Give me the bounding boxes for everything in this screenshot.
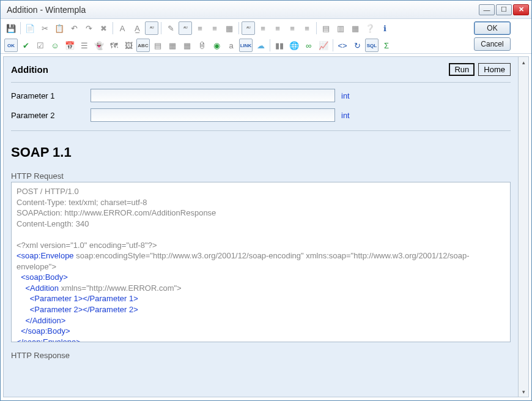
link-icon[interactable]: LINK [239, 39, 253, 52]
align-center-group-icon[interactable]: ≡ [208, 21, 221, 35]
maximize-button[interactable]: ☐ [496, 4, 512, 15]
window-title: Addition - Wintempla [7, 5, 86, 15]
globe-icon[interactable]: 🌐 [287, 39, 301, 52]
cancel-button[interactable]: Cancel [474, 37, 511, 51]
scroll-down-icon[interactable]: ▾ [519, 386, 528, 397]
minimize-button[interactable]: — [479, 4, 495, 15]
refresh-icon[interactable]: ↻ [350, 39, 364, 52]
paint-icon[interactable]: ✎ [164, 21, 177, 35]
auto-icon[interactable]: ᴬᵁ [145, 21, 158, 35]
align-right-icon[interactable]: ≡ [286, 21, 299, 35]
code-icon[interactable]: <> [336, 39, 349, 52]
param1-type: int [341, 91, 350, 100]
check-icon[interactable]: ✔ [19, 39, 32, 52]
param2-input[interactable] [91, 108, 335, 122]
smiley-icon[interactable]: ☺ [48, 39, 62, 52]
record-icon[interactable]: ◉ [210, 39, 223, 52]
http-response-label: HTTP Response [11, 351, 511, 360]
cut-icon[interactable]: ✂ [38, 21, 51, 35]
db-icon[interactable]: 🛢 [195, 39, 209, 52]
calendar-icon[interactable]: 📅 [63, 39, 76, 52]
list-check-icon[interactable]: ☑ [34, 39, 47, 52]
align-center-icon[interactable]: ≡ [271, 21, 284, 35]
param-row-2: Parameter 2 int [11, 108, 511, 122]
ghost-icon[interactable]: 👻 [92, 39, 106, 52]
http-request-label: HTTP Request [11, 171, 511, 181]
table-add-icon[interactable]: ▦ [180, 39, 194, 52]
scroll-up-icon[interactable]: ▴ [519, 57, 528, 67]
run-button[interactable]: Run [449, 63, 475, 76]
save-icon[interactable]: 💾 [4, 21, 18, 35]
grid2-icon[interactable]: ▥ [334, 21, 347, 35]
page-title: Addition [11, 64, 445, 75]
cloud-icon[interactable]: ☁ [254, 39, 267, 52]
auto2-icon[interactable]: ᴬᵁ [179, 21, 192, 35]
doc-lines-icon[interactable]: ☰ [78, 39, 91, 52]
text-a-icon[interactable]: a [224, 39, 238, 52]
param2-label: Parameter 2 [11, 111, 91, 120]
grid1-icon[interactable]: ▤ [319, 21, 333, 35]
align-justify-icon[interactable]: ≡ [300, 21, 314, 35]
home-button[interactable]: Home [478, 63, 511, 76]
align-left-icon[interactable]: ≡ [256, 21, 270, 35]
param1-input[interactable] [91, 89, 335, 102]
redo-icon[interactable]: ↷ [82, 21, 95, 35]
soap-heading: SOAP 1.1 [11, 144, 511, 160]
sigma-icon[interactable]: Σ [380, 39, 393, 52]
select-all-icon[interactable]: ▦ [223, 21, 236, 35]
font-underline-icon[interactable]: A̲ [130, 21, 144, 35]
align-left-group-icon[interactable]: ≡ [193, 21, 207, 35]
image-icon[interactable]: 🖼 [122, 39, 135, 52]
close-button[interactable]: ✕ [513, 4, 529, 15]
copy-icon[interactable]: 📄 [23, 21, 37, 35]
toolbar-icon-strip: 💾📄✂📋↶↷✖AA̲ᴬᵁ✎ᴬᵁ≡≡▦ᴬᵁ≡≡≡≡▤▥▦❔ℹOK✔☑☺📅☰👻🗺🖼A… [4, 21, 469, 52]
delete-icon[interactable]: ✖ [97, 21, 110, 35]
grid3-icon[interactable]: ▦ [349, 21, 362, 35]
table-icon[interactable]: ▦ [166, 39, 179, 52]
chart-line-icon[interactable]: 📈 [317, 39, 330, 52]
ok-badge-icon[interactable]: OK [4, 39, 18, 52]
abc-icon[interactable]: ABC [136, 39, 150, 52]
sql-icon[interactable]: SQL [365, 39, 379, 52]
param1-label: Parameter 1 [11, 91, 91, 100]
toolbar: 💾📄✂📋↶↷✖AA̲ᴬᵁ✎ᴬᵁ≡≡▦ᴬᵁ≡≡≡≡▤▥▦❔ℹOK✔☑☺📅☰👻🗺🖼A… [1, 19, 531, 54]
param-row-1: Parameter 1 int [11, 89, 511, 102]
content-pane: Addition Run Home Parameter 1 int Parame… [3, 56, 519, 397]
page-icon[interactable]: ▤ [151, 39, 164, 52]
paste-icon[interactable]: 📋 [53, 21, 66, 35]
undo-icon[interactable]: ↶ [67, 21, 81, 35]
chart-bar-icon[interactable]: ▮▮ [273, 39, 286, 52]
param2-type: int [341, 111, 350, 120]
titlebar: Addition - Wintempla — ☐ ✕ [1, 1, 531, 19]
vertical-scrollbar[interactable]: ▴ ▾ [519, 56, 529, 397]
infinity-icon[interactable]: ∞ [302, 39, 316, 52]
map-icon[interactable]: 🗺 [107, 39, 120, 52]
help-icon[interactable]: ❔ [363, 21, 377, 35]
ok-button[interactable]: OK [474, 21, 511, 35]
auto3-icon[interactable]: ᴬᵁ [242, 21, 255, 35]
info-icon[interactable]: ℹ [378, 21, 391, 35]
font-bold-icon[interactable]: A [116, 21, 129, 35]
http-request-box: POST / HTTP/1.0 Content-Type: text/xml; … [11, 182, 511, 342]
